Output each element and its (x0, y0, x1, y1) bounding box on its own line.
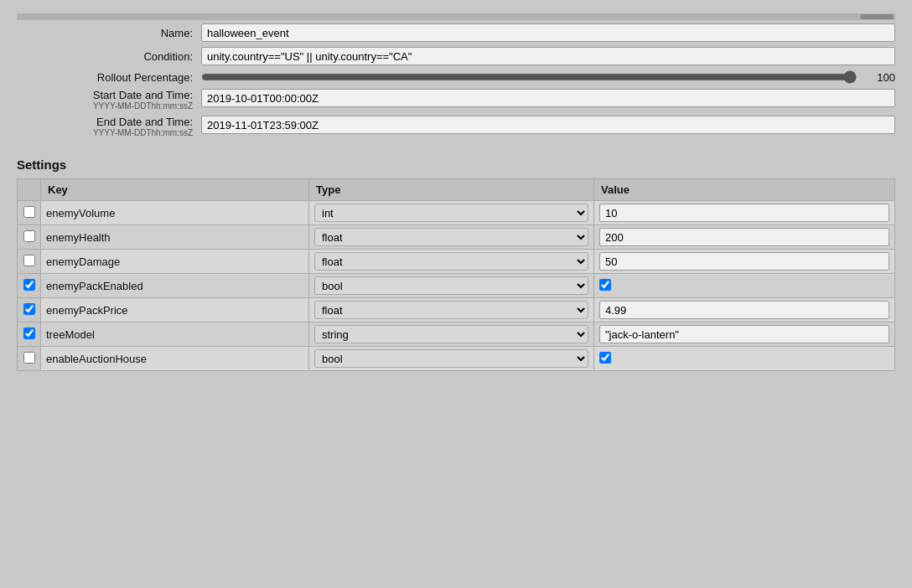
rollout-label: Rollout Percentage: (17, 71, 201, 84)
slider-container: 100 (201, 70, 895, 84)
type-select[interactable]: intfloatboolstring (314, 228, 588, 246)
condition-label: Condition: (17, 50, 201, 63)
table-row: enemyDamageintfloatboolstring (18, 250, 895, 274)
row-enable-checkbox[interactable] (23, 352, 35, 364)
row-type-cell: intfloatboolstring (309, 274, 594, 298)
row-value-cell (594, 322, 895, 347)
end-date-row: End Date and Time: YYYY-MM-DDThh:mm:ssZ (17, 116, 895, 137)
rollout-row: Rollout Percentage: 100 (17, 70, 895, 84)
table-row: enableAuctionHouseintfloatboolstring (18, 347, 895, 371)
type-select[interactable]: intfloatboolstring (314, 349, 588, 368)
th-key: Key (41, 179, 309, 201)
end-date-label: End Date and Time: YYYY-MM-DDThh:mm:ssZ (17, 116, 201, 137)
row-checkbox-cell (18, 250, 41, 274)
value-input[interactable] (599, 228, 889, 246)
row-type-cell: intfloatboolstring (309, 201, 594, 225)
row-key-cell: enemyPackPrice (41, 298, 309, 322)
row-type-cell: intfloatboolstring (309, 225, 594, 250)
row-type-cell: intfloatboolstring (309, 322, 594, 347)
name-row: Name: (17, 23, 895, 42)
row-type-cell: intfloatboolstring (309, 347, 594, 371)
row-checkbox-cell (18, 274, 41, 298)
scrollbar[interactable] (17, 13, 895, 20)
row-value-cell (594, 201, 895, 225)
condition-row: Condition: (17, 47, 895, 65)
start-date-input[interactable] (201, 89, 895, 107)
row-key-cell: enableAuctionHouse (41, 347, 309, 371)
name-input[interactable] (201, 23, 895, 42)
main-container: Name: Condition: Rollout Percentage: 100 (0, 0, 912, 384)
type-select[interactable]: intfloatboolstring (314, 301, 588, 319)
row-key-cell: enemyVolume (41, 201, 309, 225)
table-row: enemyVolumeintfloatboolstring (18, 201, 895, 225)
row-value-cell (594, 274, 895, 298)
row-value-cell (594, 298, 895, 322)
row-key-cell: enemyHealth (41, 225, 309, 250)
value-input[interactable] (599, 301, 889, 319)
type-select[interactable]: intfloatboolstring (314, 204, 588, 222)
row-key-cell: enemyPackEnabled (41, 274, 309, 298)
settings-section: Settings Key Type Value enemyVolumeintfl… (17, 157, 895, 371)
value-input[interactable] (599, 252, 889, 271)
row-value-cell (594, 347, 895, 371)
row-enable-checkbox[interactable] (23, 303, 35, 315)
rollout-value: 100 (865, 71, 895, 84)
form-section: Name: Condition: Rollout Percentage: 100 (17, 23, 895, 137)
value-input[interactable] (599, 204, 889, 222)
row-key-cell: treeModel (41, 322, 309, 347)
value-checkbox[interactable] (599, 352, 611, 364)
row-type-cell: intfloatboolstring (309, 250, 594, 274)
value-input[interactable] (599, 325, 889, 343)
scrollbar-thumb (860, 14, 894, 19)
settings-table: Key Type Value enemyVolumeintfloatboolst… (17, 178, 895, 371)
row-checkbox-cell (18, 201, 41, 225)
th-type: Type (309, 179, 594, 201)
type-select[interactable]: intfloatboolstring (314, 325, 588, 343)
settings-title: Settings (17, 157, 895, 172)
row-checkbox-cell (18, 298, 41, 322)
start-date-row: Start Date and Time: YYYY-MM-DDThh:mm:ss… (17, 89, 895, 111)
table-row: treeModelintfloatboolstring (18, 322, 895, 347)
row-checkbox-cell (18, 225, 41, 250)
row-enable-checkbox[interactable] (23, 255, 35, 266)
value-checkbox[interactable] (599, 279, 611, 291)
table-header-row: Key Type Value (18, 179, 895, 201)
start-date-label: Start Date and Time: YYYY-MM-DDThh:mm:ss… (17, 89, 201, 111)
table-row: enemyPackPriceintfloatboolstring (18, 298, 895, 322)
condition-input[interactable] (201, 47, 895, 65)
type-select[interactable]: intfloatboolstring (314, 252, 588, 271)
row-value-cell (594, 250, 895, 274)
rollout-slider[interactable] (201, 70, 857, 84)
end-date-input[interactable] (201, 116, 895, 134)
th-value: Value (594, 179, 895, 201)
table-row: enemyPackEnabledintfloatboolstring (18, 274, 895, 298)
row-enable-checkbox[interactable] (23, 230, 35, 242)
row-checkbox-cell (18, 322, 41, 347)
row-enable-checkbox[interactable] (23, 328, 35, 339)
th-checkbox (18, 179, 41, 201)
row-key-cell: enemyDamage (41, 250, 309, 274)
type-select[interactable]: intfloatboolstring (314, 276, 588, 295)
name-label: Name: (17, 27, 201, 39)
row-type-cell: intfloatboolstring (309, 298, 594, 322)
row-enable-checkbox[interactable] (23, 279, 35, 291)
table-row: enemyHealthintfloatboolstring (18, 225, 895, 250)
row-checkbox-cell (18, 347, 41, 371)
row-enable-checkbox[interactable] (23, 206, 35, 218)
row-value-cell (594, 225, 895, 250)
